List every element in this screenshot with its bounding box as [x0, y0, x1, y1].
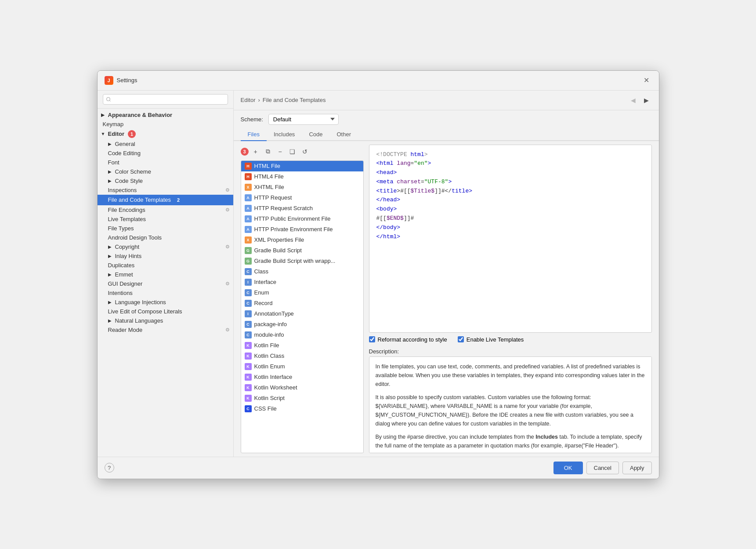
sidebar-item-file-and-code-templates[interactable]: File and Code Templates 2 — [98, 195, 233, 205]
sidebar-item-file-types[interactable]: File Types — [98, 224, 233, 233]
file-item[interactable]: C module-info — [241, 330, 363, 340]
scheme-row: Scheme: Default Project — [234, 110, 659, 128]
sidebar-item-inspections[interactable]: Inspections ⚙ — [98, 185, 233, 195]
sidebar-item-android-design-tools[interactable]: Android Design Tools — [98, 233, 233, 242]
sidebar-item-font[interactable]: Font — [98, 158, 233, 167]
file-item[interactable]: G Gradle Build Script with wrapp... — [241, 256, 363, 266]
reset-button[interactable]: ↺ — [300, 146, 310, 157]
file-item-label: Class — [254, 268, 269, 275]
sidebar-item-live-edit-compose[interactable]: Live Edit of Compose Literals — [98, 307, 233, 316]
file-item[interactable]: A HTTP Private Environment File — [241, 224, 363, 235]
sidebar-item-label: Live Edit of Compose Literals — [108, 308, 182, 315]
file-icon: A — [245, 194, 252, 201]
reformat-checkbox[interactable] — [369, 336, 375, 342]
tab-files[interactable]: Files — [241, 128, 267, 141]
file-item[interactable]: I Interface — [241, 277, 363, 287]
file-item[interactable]: K Kotlin Class — [241, 351, 363, 361]
file-item-label: Gradle Build Script with wrapp... — [254, 258, 336, 264]
sidebar-item-live-templates[interactable]: Live Templates — [98, 215, 233, 224]
file-icon: A — [245, 215, 252, 222]
sidebar-item-label: Appearance & Behavior — [108, 112, 173, 118]
close-button[interactable]: ✕ — [641, 75, 652, 86]
gear-icon: ⚙ — [225, 244, 230, 250]
sidebar-item-copyright[interactable]: ▶ Copyright ⚙ — [98, 242, 233, 251]
file-item-label: XHTML File — [254, 184, 284, 190]
file-list-toolbar: 3 + ⧉ − ❏ ↺ — [241, 145, 364, 159]
sidebar-item-code-style[interactable]: ▶ Code Style — [98, 176, 233, 185]
file-item[interactable]: H HTML File — [241, 161, 363, 171]
sidebar-item-gui-designer[interactable]: GUI Designer ⚙ — [98, 279, 233, 288]
file-icon: A — [245, 205, 252, 212]
file-item[interactable]: C Class — [241, 266, 363, 277]
description-panel: In file templates, you can use text, cod… — [369, 356, 652, 453]
file-item[interactable]: K Kotlin Interface — [241, 372, 363, 382]
sidebar-item-code-editing[interactable]: Code Editing — [98, 149, 233, 158]
sidebar-item-label: Live Templates — [108, 216, 146, 222]
tab-code[interactable]: Code — [302, 128, 329, 141]
duplicate-button[interactable]: ❏ — [287, 146, 298, 157]
sidebar-item-appearance[interactable]: ▶ Appearance & Behavior — [98, 110, 233, 120]
file-icon: C — [245, 331, 252, 338]
help-button[interactable]: ? — [105, 463, 114, 473]
file-icon: C — [245, 268, 252, 275]
remove-button[interactable]: − — [275, 146, 286, 157]
add-button[interactable]: + — [250, 146, 261, 157]
cancel-button[interactable]: Cancel — [586, 462, 619, 474]
file-item[interactable]: K Kotlin File — [241, 340, 363, 351]
sidebar-item-reader-mode[interactable]: Reader Mode ⚙ — [98, 325, 233, 334]
nav-forward-button[interactable]: ▶ — [641, 95, 652, 105]
sidebar-item-general[interactable]: ▶ General — [98, 139, 233, 149]
chevron-right-icon: ▶ — [108, 169, 113, 174]
file-item[interactable]: X XHTML File — [241, 182, 363, 193]
file-icon: H — [245, 163, 252, 170]
chevron-down-icon: ▼ — [101, 131, 106, 136]
nav-back-button[interactable]: ◀ — [628, 95, 639, 105]
file-item[interactable]: H HTML4 File — [241, 171, 363, 182]
file-item[interactable]: K Kotlin Worksheet — [241, 382, 363, 393]
file-icon: K — [245, 342, 252, 349]
sidebar-tree: ▶ Appearance & Behavior Keymap ▼ Editor … — [98, 109, 233, 457]
scheme-select[interactable]: Default Project — [268, 114, 339, 125]
file-item[interactable]: C Enum — [241, 287, 363, 298]
file-item[interactable]: A HTTP Request — [241, 193, 363, 203]
file-item[interactable]: C CSS File — [241, 404, 363, 414]
live-templates-checkbox-label[interactable]: Enable Live Templates — [458, 336, 524, 343]
file-item[interactable]: C Record — [241, 298, 363, 309]
file-item[interactable]: K Kotlin Enum — [241, 361, 363, 372]
file-icon: X — [245, 236, 252, 244]
file-item[interactable]: C package-info — [241, 319, 363, 330]
reformat-checkbox-label[interactable]: Reformat according to style — [369, 336, 447, 343]
sidebar-item-color-scheme[interactable]: ▶ Color Scheme — [98, 167, 233, 176]
sidebar-item-inlay-hints[interactable]: ▶ Inlay Hints — [98, 251, 233, 261]
sidebar-item-language-injections[interactable]: ▶ Language Injections — [98, 298, 233, 307]
file-item[interactable]: G Gradle Build Script — [241, 245, 363, 256]
sidebar-item-label: File and Code Templates — [108, 196, 171, 203]
tab-includes[interactable]: Includes — [267, 128, 302, 141]
file-item[interactable]: A HTTP Request Scratch — [241, 203, 363, 214]
file-item[interactable]: X XML Properties File — [241, 235, 363, 245]
file-item[interactable]: A HTTP Public Environment File — [241, 214, 363, 224]
file-item[interactable]: I AnnotationType — [241, 309, 363, 319]
sidebar-item-file-encodings[interactable]: File Encodings ⚙ — [98, 205, 233, 215]
search-input[interactable] — [103, 94, 228, 105]
file-list-panel: 3 + ⧉ − ❏ ↺ H HTML File H HTML4 File — [241, 145, 364, 453]
sidebar-item-emmet[interactable]: ▶ Emmet — [98, 270, 233, 279]
reformat-label: Reformat according to style — [378, 336, 447, 343]
apply-button[interactable]: Apply — [622, 462, 652, 474]
live-templates-checkbox[interactable] — [458, 336, 464, 342]
sidebar-item-keymap[interactable]: Keymap — [98, 120, 233, 129]
code-editor[interactable]: <!DOCTYPE html><html lang="en"><head> <m… — [369, 145, 652, 333]
breadcrumb: Editor › File and Code Templates ◀ ▶ — [234, 91, 659, 110]
file-item[interactable]: K Kotlin Script — [241, 393, 363, 404]
copy-button[interactable]: ⧉ — [263, 146, 273, 157]
sidebar-item-label: Reader Mode — [108, 327, 143, 333]
ok-button[interactable]: OK — [553, 462, 583, 474]
add-badge-button[interactable]: 3 — [241, 148, 249, 156]
sidebar-item-duplicates[interactable]: Duplicates — [98, 261, 233, 270]
sidebar-item-label: Editor — [108, 131, 125, 137]
sidebar-item-editor[interactable]: ▼ Editor 1 — [98, 129, 233, 139]
sidebar-item-natural-languages[interactable]: ▶ Natural Languages — [98, 316, 233, 325]
sidebar-item-intentions[interactable]: Intentions — [98, 288, 233, 298]
main-content: ▶ Appearance & Behavior Keymap ▼ Editor … — [98, 91, 659, 457]
tab-other[interactable]: Other — [329, 128, 358, 141]
